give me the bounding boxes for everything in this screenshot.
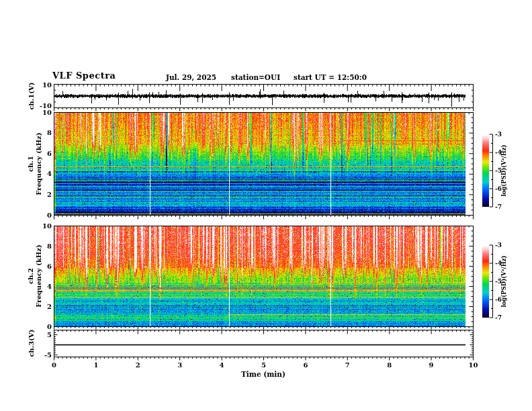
ch2-spec-y-tick-label: 6 bbox=[34, 263, 52, 271]
colorbar-tick-label: -3 bbox=[495, 242, 502, 250]
x-tick-label: 2 bbox=[129, 361, 146, 369]
colorbar-tick-label: -6 bbox=[495, 296, 502, 304]
colorbar-2-canvas bbox=[482, 245, 489, 318]
ch1-spectrogram-canvas bbox=[54, 113, 473, 215]
x-tick-label: 10 bbox=[465, 361, 482, 369]
colorbar-tick-label: -5 bbox=[495, 278, 502, 286]
ch2-spec-y-tick-label: 8 bbox=[34, 242, 52, 250]
ch2-spec-y-tick-label: 2 bbox=[34, 303, 52, 311]
ch1-spec-channel-label: ch.1 bbox=[27, 156, 34, 172]
start-ut-label: start UT = 12:50:0 bbox=[294, 73, 367, 81]
colorbar-tick-label: -7 bbox=[495, 314, 502, 322]
x-tick-label: 6 bbox=[297, 361, 314, 369]
ch1-spec-y-tick-label: 10 bbox=[34, 109, 52, 117]
ch2-spec-channel-label: ch.2 bbox=[27, 268, 34, 284]
colorbar-tick-label: -3 bbox=[495, 131, 502, 139]
ch1-wave-ylabel: ch.1(V) bbox=[28, 82, 35, 109]
ch1-wave-y-tick-label: 10 bbox=[34, 81, 52, 89]
ch3-wave-ylabel: ch.3(V) bbox=[28, 329, 35, 357]
x-tick-label: 5 bbox=[255, 361, 273, 369]
time-axis-label: Time (min) bbox=[241, 370, 285, 378]
ch1-spec-y-tick-label: 4 bbox=[34, 170, 52, 178]
x-tick-label: 9 bbox=[423, 361, 440, 369]
colorbar-tick-label: -4 bbox=[495, 260, 502, 268]
x-tick-label: 7 bbox=[339, 361, 356, 369]
vlf-spectra-figure: VLF Spectra Jul. 29, 2025 station=OUI st… bbox=[0, 0, 532, 411]
date-label: Jul. 29, 2025 bbox=[166, 73, 216, 81]
colorbar-tick-label: -6 bbox=[495, 185, 502, 193]
x-tick-label: 0 bbox=[46, 361, 63, 369]
ch3-wave-y-tick-label: -5 bbox=[34, 351, 52, 359]
ch1-waveform-canvas bbox=[54, 85, 473, 107]
ch2-spec-frequency-label: Frequency (kHz) bbox=[35, 244, 42, 307]
ch2-spec-y-tick-label: 10 bbox=[34, 222, 52, 230]
x-tick-label: 3 bbox=[171, 361, 189, 369]
x-tick-label: 4 bbox=[213, 361, 230, 369]
colorbar-tick-label: -7 bbox=[495, 203, 502, 212]
ch3-wave-y-tick-label: 5 bbox=[34, 331, 52, 339]
ch2-spectrogram-canvas bbox=[54, 226, 473, 326]
colorbar-tick-label: -5 bbox=[495, 167, 502, 175]
station-label: station=OUI bbox=[231, 73, 280, 81]
ch1-spec-frequency-label: Frequency (kHz) bbox=[35, 132, 42, 195]
x-tick-label: 8 bbox=[381, 361, 398, 369]
colorbar-1-canvas bbox=[482, 134, 489, 207]
ch2-spec-y-tick-label: 0 bbox=[34, 323, 52, 331]
colorbar-tick-label: -4 bbox=[495, 149, 502, 157]
ch1-spec-y-tick-label: 0 bbox=[34, 212, 52, 220]
x-tick-label: 1 bbox=[87, 361, 105, 369]
ch1-spec-y-tick-label: 6 bbox=[34, 150, 52, 158]
ch1-spec-y-tick-label: 8 bbox=[34, 129, 52, 137]
ch2-spec-y-tick-label: 4 bbox=[34, 283, 52, 291]
figure-title: VLF Spectra bbox=[52, 71, 116, 81]
ch1-spec-y-tick-label: 2 bbox=[34, 191, 52, 199]
